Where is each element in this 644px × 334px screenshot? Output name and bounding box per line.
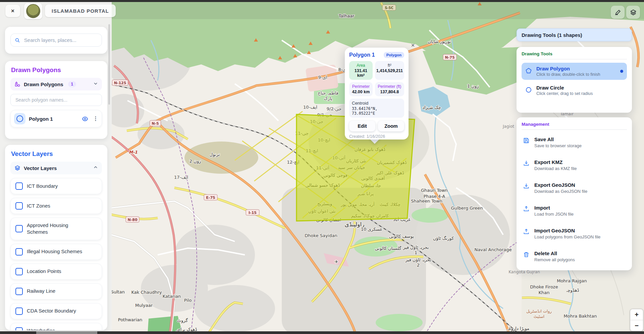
polygon-icon [525, 67, 532, 75]
polygon-list-item[interactable]: Polygon 1 ⋮ [10, 110, 102, 127]
map-label: Mohra Rajgan [557, 278, 587, 283]
eye-icon[interactable] [82, 116, 88, 122]
kebab-menu-icon[interactable]: ⋮ [93, 118, 98, 120]
map-label: Pilo [184, 298, 192, 303]
drawn-polygons-heading: Drawn Polygons [11, 66, 102, 74]
map-label: 1 [415, 250, 417, 255]
layer-item-ict-zones[interactable]: ICT Zones [10, 198, 102, 214]
mgmt-delete-all[interactable]: Delete AllRemove all polygons [522, 247, 627, 266]
vector-layers-heading: Vector Layers [11, 150, 102, 158]
checkbox[interactable] [15, 268, 23, 275]
mgmt-save-all[interactable]: Save AllSave to browser storage [522, 133, 627, 152]
drawn-polygons-group-toggle[interactable]: Drawn Polygons 1 [10, 78, 102, 91]
map-label: عسکری 10 [361, 227, 383, 232]
popup-close-icon[interactable]: × [409, 42, 417, 49]
map-label: ایف-17 [174, 175, 188, 180]
map-label: بحریہ ٹاؤن فیز [405, 257, 431, 263]
svg-text:I-15: I-15 [249, 211, 257, 215]
layer-item-railway-line[interactable]: Railway Line [10, 283, 102, 299]
polygon-count-badge: 1 [68, 81, 76, 87]
layer-label: Location Points [27, 268, 61, 275]
checkbox[interactable] [15, 182, 23, 190]
pencil-icon [614, 9, 621, 16]
zoom-in-button[interactable]: + [630, 309, 643, 320]
checkbox[interactable] [15, 202, 23, 210]
trash-icon [523, 251, 530, 259]
mgmt-export-kmz[interactable]: Export KMZDownload as KMZ file [522, 156, 627, 174]
search-card [5, 27, 107, 54]
perimeter-chip: Perimeter 42.00 km [349, 82, 373, 96]
layers-icon [14, 165, 20, 171]
map-label: کورنگ ٹاؤن [433, 236, 454, 241]
map-label: پارک [324, 96, 332, 101]
search-box[interactable] [10, 34, 102, 47]
map-label: Pothwarian [118, 317, 142, 322]
bottom-strip [0, 331, 644, 334]
top-strip [0, 0, 644, 2]
mgmt-import[interactable]: ImportLoad from JSON file [522, 202, 627, 220]
map-label: Mulyaar [135, 303, 153, 308]
drawn-polygons-group-label: Drawn Polygons [24, 81, 63, 87]
layer-label: Illegal Housing Schemes [27, 248, 82, 255]
map-label: جی-9/2 [327, 106, 341, 111]
map-label: Jagiot [502, 124, 514, 129]
map-label: ترنول [210, 152, 220, 157]
vector-layers-group-toggle[interactable]: Vector Layers [10, 162, 102, 174]
tool-draw-circle[interactable]: Draw CircleClick center, drag to set rad… [522, 82, 627, 99]
close-app-button[interactable]: × [5, 5, 20, 17]
search-input[interactable] [23, 37, 98, 43]
layer-item-location-points[interactable]: Location Points [10, 264, 102, 280]
layer-item-cda-sector-boundary[interactable]: CDA Sector Boundary [10, 303, 102, 319]
download-icon [523, 183, 530, 191]
map-label: Dhoke Sayidan [305, 233, 337, 238]
layer-label: CDA Sector Boundary [27, 308, 76, 314]
map-label: Gulberg Green [451, 206, 483, 211]
mgmt-export-geojson[interactable]: Export GeoJSONDownload as GeoJSON file [522, 179, 627, 197]
map-label: Mohra Bakhtan [564, 314, 597, 319]
chevron-down-icon[interactable] [93, 81, 98, 87]
road-shield: N-125 [112, 80, 128, 86]
layer-label: Railway Line [27, 288, 55, 294]
map-label: Naval Anchorage [474, 247, 512, 252]
draw-mode-button[interactable] [611, 6, 625, 19]
layer-item-waterbodies[interactable]: Waterbodies [10, 323, 102, 331]
sidebar-scrollbar[interactable] [108, 24, 110, 105]
checkbox[interactable] [15, 288, 23, 295]
download-icon [523, 160, 530, 168]
zoom-button[interactable]: Zoom [378, 121, 404, 131]
drawing-tools-section-heading: Drawing Tools [522, 51, 627, 59]
management-list: Save AllSave to browser storageExport KM… [522, 133, 627, 266]
save-icon [523, 137, 530, 145]
layer-item-ict-boundary[interactable]: ICT Boundary [10, 178, 102, 194]
svg-text:E-75: E-75 [206, 196, 215, 200]
road-shield: N-5 [150, 120, 161, 126]
map-label: زون 2 [190, 159, 201, 164]
created-date: Created: 1/16/2026 [349, 134, 404, 139]
popup-title: Polygon 1 [349, 52, 375, 58]
polygon-search-input[interactable] [15, 97, 99, 103]
layer-item-approved-housing-schemes[interactable]: Approved Housing Schemes [10, 218, 102, 240]
svg-text:N-80: N-80 [127, 218, 137, 222]
tool-draw-polygon[interactable]: Draw PolygonClick to draw, double-click … [522, 63, 627, 80]
road-shield: E-75 [204, 194, 217, 200]
map-label: فاطمہ جناح [318, 91, 338, 96]
mgmt-import-geojson[interactable]: Import GeoJSONLoad polygons from GeoJSON… [522, 224, 627, 243]
chevron-up-icon[interactable] [93, 165, 98, 171]
edit-button[interactable]: Edit [349, 121, 375, 131]
polygon-search-box[interactable] [10, 94, 102, 106]
layers-button[interactable] [626, 6, 640, 19]
zoom-out-button[interactable]: − [630, 320, 643, 331]
layer-label: ICT Zones [27, 203, 50, 209]
checkbox[interactable] [15, 308, 23, 315]
app-title: ISLAMABAD PORTAL [45, 4, 116, 17]
layers-icon [630, 9, 637, 16]
layer-item-illegal-housing-schemes[interactable]: Illegal Housing Schemes [10, 244, 102, 260]
checkbox[interactable] [15, 225, 23, 232]
active-dot [620, 70, 623, 73]
map-label: بحریہ ٹاؤن فیز [403, 245, 429, 250]
map-label: Kangota Gujran [508, 270, 540, 274]
drawing-tools-header: Drawing Tools (1 shapes) [517, 29, 632, 41]
checkbox[interactable] [15, 327, 23, 331]
shapes-icon [14, 81, 20, 87]
checkbox[interactable] [15, 248, 23, 256]
